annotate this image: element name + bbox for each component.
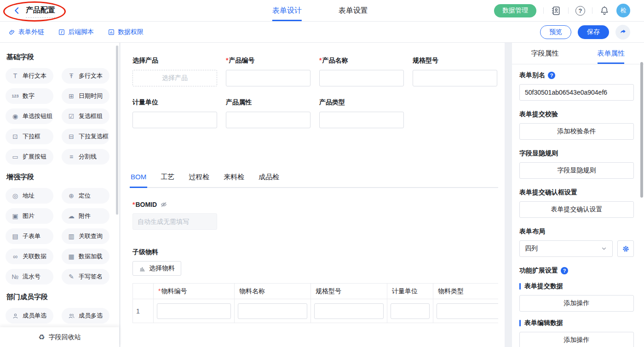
- sidebar-item-checkbox-group[interactable]: ☑复选框组: [62, 108, 109, 124]
- tab-field-properties[interactable]: 字段属性: [512, 43, 578, 64]
- sidebar-item-datetime[interactable]: ⊞日期时间: [62, 88, 109, 104]
- header-left: 产品配置: [0, 0, 55, 21]
- data-permission-button[interactable]: 数据权限: [108, 28, 144, 36]
- sidebar-item-extend-button[interactable]: ▭扩展按钮: [6, 149, 53, 165]
- sidebar-item-subform[interactable]: ▤子表单: [6, 228, 53, 244]
- share-button[interactable]: [615, 25, 630, 40]
- sidebar-item-data-load[interactable]: ▦数据加载: [62, 249, 109, 264]
- unit-input[interactable]: [132, 112, 217, 128]
- page-title: 产品配置: [26, 6, 55, 18]
- eye-off-icon[interactable]: [160, 201, 167, 208]
- bell-icon[interactable]: [599, 6, 610, 16]
- panel-scrollbar[interactable]: [640, 62, 643, 198]
- avatar[interactable]: 检: [616, 4, 630, 17]
- material-code-input[interactable]: [157, 303, 231, 319]
- material-type-input[interactable]: [437, 303, 498, 319]
- sidebar-scrollbar[interactable]: [116, 46, 118, 215]
- tab-form-design[interactable]: 表单设计: [272, 0, 302, 21]
- tab-form-settings[interactable]: 表单设置: [339, 0, 368, 21]
- layout-gear-button[interactable]: [617, 240, 634, 257]
- backend-script-button[interactable]: 后端脚本: [58, 28, 94, 36]
- col-material-code: *物料编号: [154, 284, 235, 299]
- field-product-code[interactable]: *产品编号: [226, 57, 310, 86]
- sidebar-item-relation-data[interactable]: ∞关联数据: [6, 249, 53, 264]
- sidebar-item-relation-query[interactable]: ▥关联查询: [62, 228, 109, 244]
- field-bomid[interactable]: *BOMID: [132, 201, 498, 230]
- add-edit-action-button[interactable]: 添加操作: [519, 332, 634, 347]
- sidebar-item-member-multi[interactable]: 成员多选: [62, 308, 109, 324]
- sidebar-item-attachment[interactable]: ☁附件: [62, 208, 109, 224]
- submit-data-label: 表单提交数据: [519, 282, 634, 290]
- sidebar-item-image[interactable]: ▣图片: [6, 208, 53, 224]
- product-code-input[interactable]: [226, 70, 310, 86]
- product-type-input[interactable]: [319, 112, 404, 128]
- field-product-type[interactable]: 产品类型: [319, 98, 404, 128]
- contact-book-icon[interactable]: [551, 6, 561, 16]
- sidebar-item-address[interactable]: ◎地址: [6, 188, 53, 204]
- top-header: 产品配置 表单设计 表单设置 数据管理 ? 检: [0, 0, 644, 22]
- add-validation-button[interactable]: 添加校验条件: [519, 123, 634, 140]
- required-star: *: [319, 57, 322, 64]
- pen-icon: ✎: [67, 273, 75, 280]
- field-spec-model[interactable]: 规格型号: [413, 57, 497, 86]
- spec-model-input[interactable]: [413, 70, 497, 86]
- spec-model-cell-input[interactable]: [314, 303, 384, 319]
- sidebar-item-location[interactable]: ⊕定位: [62, 188, 109, 204]
- form-canvas[interactable]: 选择产品 选择产品 *产品编号 *产品名称 规格型号 计量单位: [121, 43, 505, 347]
- sidebar-item-radio-group[interactable]: ◉单选按钮组: [6, 108, 53, 124]
- product-name-input[interactable]: [319, 70, 404, 86]
- field-product-name[interactable]: *产品名称: [319, 57, 404, 86]
- link-data-icon: ∞: [11, 253, 19, 260]
- material-name-input[interactable]: [238, 303, 307, 319]
- row-index: 1: [133, 299, 154, 323]
- external-link-button[interactable]: 表单外链: [8, 28, 44, 36]
- share-arrow-icon: [619, 28, 627, 36]
- field-unit[interactable]: 计量单位: [132, 98, 217, 128]
- tab-incoming-check[interactable]: 来料检: [223, 173, 245, 188]
- help-icon[interactable]: ?: [575, 6, 585, 16]
- product-attr-input[interactable]: [226, 112, 310, 128]
- data-manage-button[interactable]: 数据管理: [494, 4, 536, 17]
- sidebar-item-select[interactable]: ⊡下拉框: [6, 129, 53, 144]
- bomid-input[interactable]: [132, 213, 217, 230]
- sidebar-item-divider-line[interactable]: ≡分割线: [62, 149, 109, 165]
- save-button[interactable]: 保存: [578, 25, 609, 39]
- col-spec-model: 规格型号: [311, 284, 387, 299]
- edit-data-label: 表单编辑数据: [519, 319, 634, 327]
- field-product-attr[interactable]: 产品属性: [226, 98, 310, 128]
- sidebar-item-multi-line-text[interactable]: Ŧ多行文本: [62, 68, 109, 84]
- add-submit-action-button[interactable]: 添加操作: [519, 295, 634, 312]
- unit-cell-input[interactable]: [391, 303, 430, 319]
- form-alias-input[interactable]: [519, 84, 634, 101]
- preview-button[interactable]: 预览: [540, 25, 571, 39]
- sidebar-item-number[interactable]: 123数字: [6, 88, 53, 104]
- back-icon[interactable]: [13, 6, 21, 15]
- field-select-product[interactable]: 选择产品 选择产品: [132, 57, 217, 86]
- col-material-type: 物料类型: [433, 284, 499, 299]
- field-visibility-button[interactable]: 字段显隐规则: [519, 162, 634, 179]
- sidebar-item-member-single[interactable]: 成员单选: [6, 308, 53, 324]
- sidebar-item-signature[interactable]: ✎手写签名: [62, 269, 109, 284]
- data-permission-icon: [108, 28, 115, 36]
- toolbar-actions: 预览 保存: [540, 25, 630, 40]
- select-product-button[interactable]: 选择产品: [132, 70, 217, 86]
- select-material-button[interactable]: 选择物料: [132, 261, 181, 276]
- sidebar-item-multi-select[interactable]: ⊟下拉复选框: [62, 129, 109, 144]
- section-form-alias: 表单别名 ?: [519, 71, 634, 101]
- tab-bom[interactable]: BOM: [130, 173, 147, 188]
- button-icon: ▭: [11, 154, 19, 160]
- field-recycle-bin[interactable]: ♻ 字段回收站: [0, 327, 119, 347]
- tab-process[interactable]: 工艺: [160, 173, 175, 188]
- submit-confirm-button[interactable]: 表单提交确认设置: [519, 201, 634, 218]
- help-icon[interactable]: ?: [561, 267, 568, 274]
- tab-process-check[interactable]: 过程检: [188, 173, 210, 188]
- section-basic-fields: 基础字段: [6, 53, 119, 62]
- sidebar-item-single-line-text[interactable]: T单行文本: [6, 68, 53, 84]
- tab-finished-check[interactable]: 成品检: [258, 173, 280, 188]
- multi-select-icon: ⊟: [67, 133, 75, 140]
- target-icon: ⊕: [67, 193, 75, 199]
- layout-select[interactable]: 四列: [519, 240, 613, 257]
- sidebar-item-serial-number[interactable]: №流水号: [6, 269, 53, 284]
- help-icon[interactable]: ?: [548, 72, 555, 79]
- tab-form-properties[interactable]: 表单属性: [578, 43, 644, 64]
